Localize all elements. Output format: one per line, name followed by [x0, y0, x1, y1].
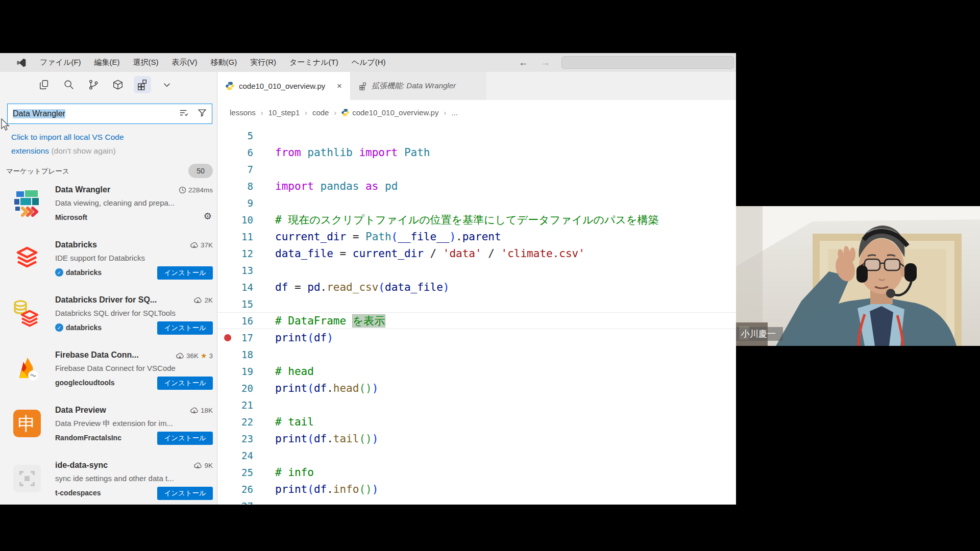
breadcrumb-item-2[interactable]: code: [312, 108, 329, 117]
line-text: # info: [275, 466, 314, 479]
source-control-icon[interactable]: [85, 76, 102, 93]
activity-bar: [36, 76, 176, 93]
menu-item-7[interactable]: ヘルプ(H): [352, 58, 386, 67]
menu-item-1[interactable]: 編集(E): [94, 58, 120, 67]
extensions-search-input[interactable]: Data Wrangler: [7, 104, 212, 124]
tab-close-icon[interactable]: ×: [337, 81, 342, 91]
breakpoint-dot[interactable]: [224, 334, 231, 341]
svg-text:申: 申: [18, 413, 36, 434]
extensions-icon[interactable]: [134, 76, 151, 93]
breadcrumb-item-4[interactable]: ...: [451, 108, 458, 117]
line-text: data_file = current_dir / 'data' / 'clim…: [275, 247, 585, 260]
extension-description: Data Preview 申 extension for im...: [55, 419, 211, 429]
install-button[interactable]: インストール: [157, 321, 213, 335]
extension-publisher: ✓databricks: [55, 323, 102, 332]
breadcrumb-item-1[interactable]: 10_step1: [268, 108, 300, 117]
code-line-14: 14df = pd.read_csv(data_file): [217, 279, 736, 295]
line-number: 12: [217, 248, 253, 259]
extension-description: Data viewing, cleaning and prepa...: [55, 198, 211, 207]
extension-publisher: ✓databricks: [55, 268, 102, 277]
code-line-25: 25# info: [217, 464, 736, 481]
menu-item-6[interactable]: ターミナル(T): [289, 58, 338, 67]
line-text: # tail: [275, 416, 314, 428]
copy-icon[interactable]: [36, 76, 53, 93]
extension-row-data-wrangler[interactable]: Data Wrangler2284msData viewing, cleanin…: [0, 181, 217, 236]
line-text: import pandas as pd: [275, 180, 398, 192]
extension-description: sync ide settings and other data t...: [55, 474, 211, 483]
verified-publisher-icon: ✓: [55, 268, 63, 277]
code-line-26: 26print(df.info()): [217, 481, 736, 497]
extension-meta: 2K: [193, 296, 213, 304]
webcam-video: 小川慶一: [736, 206, 980, 346]
extension-row-databricks[interactable]: Databricks37KIDE support for Databricks✓…: [0, 236, 217, 291]
package-icon[interactable]: [109, 76, 127, 93]
extension-description: Firebase Data Connect for VSCode: [55, 364, 211, 372]
breadcrumb-item-0[interactable]: lessons: [230, 108, 256, 117]
command-center-searchbox[interactable]: [561, 56, 734, 69]
filter-list-icon[interactable]: [179, 108, 188, 119]
extension-name: Firebase Data Conn...: [55, 350, 139, 360]
nav-forward-button[interactable]: →: [541, 57, 550, 68]
extension-publisher: googlecloudtools: [55, 379, 115, 387]
gear-icon[interactable]: ⚙: [204, 211, 212, 222]
python-file-icon: [226, 82, 234, 90]
vscode-window: ファイル(F)編集(E)選択(S)表示(V)移動(G)実行(R)ターミナル(T)…: [0, 53, 736, 505]
line-text: print(df.info()): [275, 483, 378, 495]
code-line-12: 12data_file = current_dir / 'data' / 'cl…: [217, 245, 736, 262]
install-button[interactable]: インストール: [157, 487, 213, 500]
menu-item-2[interactable]: 選択(S): [133, 58, 159, 67]
code-line-17: 17print(df): [217, 329, 736, 346]
code-editor[interactable]: 56from pathlib import Path78import panda…: [217, 125, 736, 505]
cloud-download-icon: [176, 352, 184, 360]
line-number: 5: [217, 130, 253, 141]
code-line-24: 24: [217, 447, 736, 464]
verified-publisher-icon: ✓: [55, 323, 63, 332]
menu-bar: ファイル(F)編集(E)選択(S)表示(V)移動(G)実行(R)ターミナル(T)…: [40, 58, 386, 67]
line-text: # 現在のスクリプトファイルの位置を基準にしてデータファイルのパスを構築: [275, 213, 659, 227]
extension-description: Databricks SQL driver for SQLTools: [55, 309, 211, 317]
line-number: 22: [217, 416, 253, 428]
line-number: 19: [217, 366, 253, 377]
line-number: 25: [217, 467, 253, 478]
install-button[interactable]: インストール: [157, 432, 213, 445]
tab-code10-010-overview[interactable]: code10_010_overview.py ×: [217, 72, 351, 100]
funnel-filter-icon[interactable]: [198, 108, 207, 119]
line-number: 9: [217, 197, 253, 209]
extension-row-data-preview[interactable]: 申Data Preview18KData Preview 申 extension…: [0, 402, 217, 457]
nav-back-button[interactable]: ←: [519, 57, 528, 68]
menu-item-0[interactable]: ファイル(F): [40, 58, 81, 67]
line-number: 11: [217, 231, 253, 242]
results-count-badge: 50: [188, 164, 213, 178]
line-number: 16: [217, 315, 253, 327]
extension-row-ide-data-sync[interactable]: ide-data-sync9Ksync ide settings and oth…: [0, 457, 217, 505]
vscode-logo-icon: [16, 58, 27, 68]
install-button[interactable]: インストール: [157, 266, 213, 280]
line-text: print(df): [275, 332, 333, 344]
line-number: 23: [217, 433, 253, 444]
chevron-down-icon[interactable]: [158, 76, 176, 93]
menu-item-5[interactable]: 実行(R): [250, 58, 276, 67]
import-link-line2[interactable]: extensions: [11, 146, 49, 155]
search-icon[interactable]: [60, 76, 78, 93]
menu-item-4[interactable]: 移動(G): [211, 58, 237, 67]
line-text: from pathlib import Path: [275, 146, 430, 159]
code-line-21: 21: [217, 396, 736, 413]
code-line-9: 9: [217, 194, 736, 211]
code-line-20: 20print(df.head()): [217, 380, 736, 396]
tab-extension-data-wrangler[interactable]: 拡張機能: Data Wrangler: [351, 72, 486, 100]
menu-item-3[interactable]: 表示(V): [172, 58, 198, 67]
line-number: 13: [217, 265, 253, 276]
breadcrumb-item-3[interactable]: code10_010_overview.py: [341, 108, 438, 117]
import-extensions-link[interactable]: Click to import all local VS Code extens…: [11, 130, 124, 158]
data-wrangler-extension-icon: [13, 189, 41, 217]
extension-meta: 37K: [190, 241, 213, 249]
install-button[interactable]: インストール: [157, 377, 213, 390]
cloud-download-icon: [193, 462, 202, 469]
line-number: 15: [217, 298, 253, 310]
marketplace-section-header: マーケットプレース 50: [0, 164, 217, 179]
extension-row-firebase[interactable]: Firebase Data Conn...36K★3Firebase Data …: [0, 346, 217, 402]
mouse-cursor: [1, 118, 11, 132]
import-link-line1[interactable]: Click to import all local VS Code: [11, 133, 124, 141]
extension-row-databricks-driver[interactable]: Databricks Driver for SQ...2KDatabricks …: [0, 291, 217, 346]
extension-meta: 9K: [193, 462, 213, 469]
